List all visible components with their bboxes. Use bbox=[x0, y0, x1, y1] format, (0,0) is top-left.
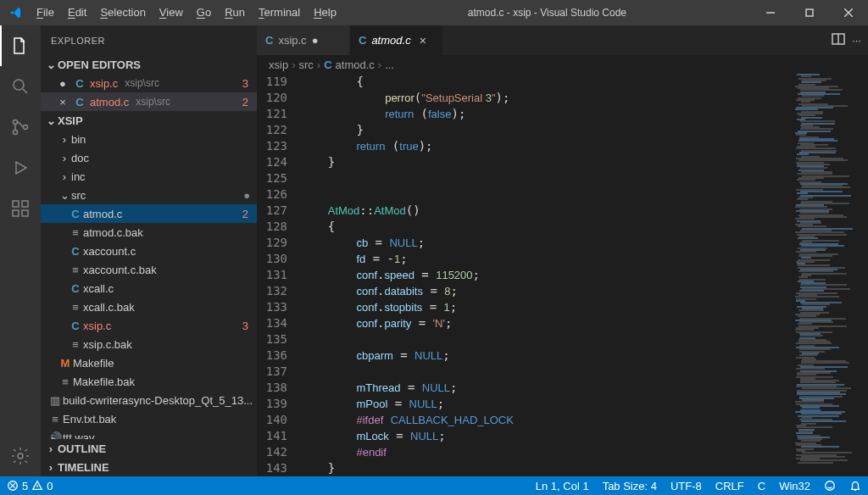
close-button[interactable] bbox=[829, 0, 868, 25]
status-eol[interactable]: CRLF bbox=[709, 476, 751, 495]
status-problems[interactable]: 5 0 bbox=[0, 476, 59, 495]
tree-file[interactable]: ≡xaccount.c.bak bbox=[41, 260, 257, 279]
menu-view[interactable]: View bbox=[153, 0, 190, 25]
svg-rect-6 bbox=[13, 210, 19, 216]
c-file-icon: C bbox=[265, 34, 273, 47]
line-gutter: 1191201211221231241251261271281291301311… bbox=[257, 74, 299, 476]
breadcrumb-item[interactable]: ... bbox=[385, 58, 394, 71]
activity-settings[interactable] bbox=[0, 436, 41, 476]
file-path: xsip\src bbox=[136, 96, 170, 108]
tree-file[interactable]: ≡Makefile.bak bbox=[41, 372, 257, 391]
file-type-icon: ≡ bbox=[68, 264, 83, 276]
tree-item-label: xcall.c bbox=[83, 282, 257, 295]
tree-file[interactable]: 🔊ttt.wav bbox=[41, 428, 257, 439]
file-type-icon: C bbox=[68, 320, 83, 332]
code-content[interactable]: { perror("SetupSerial 3"); return (false… bbox=[299, 74, 792, 476]
status-bell-icon[interactable] bbox=[843, 476, 868, 495]
close-icon[interactable]: × bbox=[56, 96, 70, 108]
editor-tabs: Cxsip.c●Catmod.c× ··· bbox=[257, 25, 868, 55]
more-icon[interactable]: ··· bbox=[852, 34, 861, 47]
tree-folder[interactable]: ›doc bbox=[41, 148, 257, 167]
tree-folder[interactable]: ›inc bbox=[41, 167, 257, 186]
svg-point-9 bbox=[18, 453, 23, 459]
tree-file[interactable]: Catmod.c2 bbox=[41, 204, 257, 223]
breadcrumbs[interactable]: xsip›src›Catmod.c›... bbox=[257, 55, 868, 74]
activity-scm[interactable] bbox=[0, 107, 41, 147]
open-editor-item[interactable]: ●Cxsip.cxsip\src3 bbox=[41, 74, 257, 92]
editor-tab[interactable]: Catmod.c× bbox=[350, 25, 443, 55]
section-timeline[interactable]: ›TIMELINE bbox=[41, 458, 257, 476]
editor-area: Cxsip.c●Catmod.c× ··· xsip›src›Catmod.c›… bbox=[257, 25, 868, 476]
tree-file[interactable]: ▥build-cwriterasync-Desktop_Qt_5_13... bbox=[41, 391, 257, 409]
menu-run[interactable]: Run bbox=[218, 0, 252, 25]
activity-search[interactable] bbox=[0, 66, 41, 107]
tree-item-label: xsip.c.bak bbox=[83, 338, 257, 351]
c-file-icon: C bbox=[359, 34, 366, 47]
c-file-icon: C bbox=[73, 96, 86, 108]
svg-point-1 bbox=[14, 80, 24, 90]
section-outline[interactable]: ›OUTLINE bbox=[41, 439, 257, 458]
problem-badge: 3 bbox=[242, 77, 248, 90]
problem-badge: 2 bbox=[242, 208, 248, 220]
file-type-icon: ≡ bbox=[58, 375, 73, 388]
breadcrumb-item[interactable]: xsip bbox=[269, 58, 288, 71]
chevron-down-icon: ⌄ bbox=[44, 114, 58, 127]
menu-go[interactable]: Go bbox=[190, 0, 218, 25]
chevron-right-icon: › bbox=[44, 461, 58, 474]
breadcrumb-item[interactable]: atmod.c bbox=[336, 58, 375, 71]
status-cursor[interactable]: Ln 1, Col 1 bbox=[529, 476, 596, 495]
close-icon[interactable]: × bbox=[420, 34, 426, 47]
tree-file[interactable]: ≡xcall.c.bak bbox=[41, 298, 257, 316]
chevron-right-icon: › bbox=[317, 58, 320, 71]
chevron-right-icon: › bbox=[292, 58, 295, 71]
tree-file[interactable]: Cxsip.c3 bbox=[41, 316, 257, 335]
svg-rect-8 bbox=[22, 201, 28, 207]
tree-item-label: src bbox=[71, 189, 243, 202]
status-feedback-icon[interactable] bbox=[817, 476, 843, 495]
vscode-logo bbox=[0, 6, 30, 19]
tree-folder[interactable]: ⌄src● bbox=[41, 186, 257, 204]
tree-file[interactable]: MMakefile bbox=[41, 353, 257, 372]
tree-file[interactable]: ≡Env.txt.bak bbox=[41, 409, 257, 428]
tree-file[interactable]: ≡atmod.c.bak bbox=[41, 223, 257, 242]
status-encoding[interactable]: UTF-8 bbox=[664, 476, 709, 495]
editor-body[interactable]: 1191201211221231241251261271281291301311… bbox=[257, 74, 868, 476]
status-indent[interactable]: Tab Size: 4 bbox=[596, 476, 664, 495]
breadcrumb-item[interactable]: src bbox=[298, 58, 313, 71]
activity-extensions[interactable] bbox=[0, 188, 41, 229]
menu-terminal[interactable]: Terminal bbox=[252, 0, 307, 25]
activity-debug[interactable] bbox=[0, 147, 41, 188]
status-lang[interactable]: C bbox=[751, 476, 772, 495]
status-bar: 5 0 Ln 1, Col 1 Tab Size: 4 UTF-8 CRLF C… bbox=[0, 476, 868, 495]
tab-label: atmod.c bbox=[371, 34, 410, 47]
editor-tab[interactable]: Cxsip.c● bbox=[257, 25, 350, 55]
svg-rect-7 bbox=[22, 210, 28, 216]
menu-edit[interactable]: Edit bbox=[61, 0, 93, 25]
tree-item-label: doc bbox=[71, 152, 257, 164]
file-type-icon: C bbox=[68, 245, 83, 258]
status-os[interactable]: Win32 bbox=[772, 476, 817, 495]
minimize-button[interactable] bbox=[751, 0, 790, 25]
tree-item-label: Env.txt.bak bbox=[63, 413, 257, 425]
tree-folder[interactable]: ›bin bbox=[41, 130, 257, 148]
minimap[interactable] bbox=[792, 74, 868, 476]
maximize-button[interactable] bbox=[790, 0, 829, 25]
menu-selection[interactable]: Selection bbox=[93, 0, 152, 25]
activity-explorer[interactable] bbox=[0, 25, 41, 66]
split-editor-icon[interactable] bbox=[832, 32, 845, 48]
tree-item-label: inc bbox=[71, 170, 257, 183]
window-controls bbox=[751, 0, 868, 25]
tree-item-label: Makefile bbox=[73, 357, 257, 370]
tree-file[interactable]: Cxcall.c bbox=[41, 279, 257, 298]
file-type-icon: ▥ bbox=[47, 394, 63, 407]
window-title: atmod.c - xsip - Visual Studio Code bbox=[343, 7, 751, 19]
file-type-icon: C bbox=[68, 282, 83, 295]
section-project[interactable]: ⌄XSIP bbox=[41, 111, 257, 130]
menu-file[interactable]: File bbox=[30, 0, 61, 25]
svg-point-4 bbox=[24, 125, 28, 130]
tree-file[interactable]: ≡xsip.c.bak bbox=[41, 335, 257, 353]
section-open-editors[interactable]: ⌄OPEN EDITORS bbox=[41, 55, 257, 74]
tree-file[interactable]: Cxaccount.c bbox=[41, 242, 257, 260]
open-editor-item[interactable]: ×Catmod.cxsip\src2 bbox=[41, 92, 257, 111]
menu-help[interactable]: Help bbox=[307, 0, 343, 25]
